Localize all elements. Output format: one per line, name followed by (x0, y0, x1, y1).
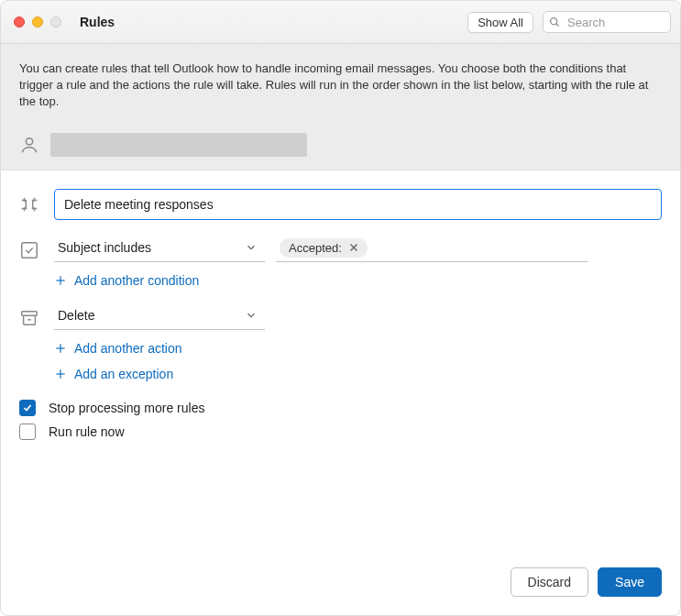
body-section: Subject includes Accepted: Add another c… (1, 170, 680, 555)
condition-value-field[interactable]: Accepted: (276, 235, 588, 262)
add-exception-link[interactable]: Add an exception (54, 367, 662, 381)
account-row (19, 133, 662, 157)
svg-point-2 (26, 138, 32, 144)
actions-row: Delete Add another action Add an excepti… (19, 302, 662, 381)
titlebar: Rules Show All (1, 1, 680, 44)
stop-processing-checkbox[interactable] (19, 400, 36, 416)
chevron-down-icon (245, 309, 258, 322)
search-field[interactable] (543, 11, 671, 33)
header-section: You can create rules that tell Outlook h… (1, 44, 680, 170)
condition-tag-label: Accepted: (289, 241, 342, 255)
rules-window: Rules Show All You can create rules that… (0, 0, 681, 616)
action-field-label: Delete (58, 308, 245, 323)
action-field-dropdown[interactable]: Delete (54, 302, 265, 330)
save-button[interactable]: Save (598, 567, 662, 597)
show-all-button[interactable]: Show All (467, 12, 533, 33)
footer: Discard Save (1, 555, 680, 615)
rule-name-input[interactable] (54, 189, 662, 220)
add-condition-label: Add another condition (74, 273, 199, 288)
traffic-lights (14, 16, 61, 28)
chevron-down-icon (245, 241, 258, 254)
search-icon (548, 16, 561, 28)
remove-tag-icon[interactable] (347, 241, 360, 254)
svg-point-0 (551, 18, 557, 25)
condition-field-dropdown[interactable]: Subject includes (54, 235, 265, 262)
svg-line-1 (556, 24, 559, 27)
add-exception-label: Add an exception (74, 367, 173, 381)
condition-tag: Accepted: (280, 238, 368, 258)
discard-button[interactable]: Discard (511, 567, 588, 597)
add-action-label: Add another action (74, 341, 182, 356)
check-icon (19, 240, 39, 260)
condition-field-label: Subject includes (58, 240, 245, 255)
run-now-row: Run rule now (19, 424, 662, 440)
account-placeholder (50, 133, 307, 157)
plus-icon (54, 368, 67, 380)
minimize-window-button[interactable] (32, 16, 43, 28)
zoom-window-button[interactable] (50, 16, 61, 28)
close-window-button[interactable] (14, 16, 25, 28)
rule-name-row (19, 189, 662, 220)
run-now-label: Run rule now (49, 424, 125, 439)
search-input[interactable] (543, 11, 671, 33)
conditions-row: Subject includes Accepted: Add another c… (19, 235, 662, 288)
person-icon (19, 135, 39, 155)
stop-processing-label: Stop processing more rules (49, 401, 204, 415)
add-condition-link[interactable]: Add another condition (54, 273, 662, 288)
archive-icon (19, 308, 39, 328)
rename-icon (19, 194, 39, 214)
window-title: Rules (80, 15, 115, 29)
stop-processing-row: Stop processing more rules (19, 400, 662, 416)
plus-icon (54, 274, 67, 287)
plus-icon (54, 342, 67, 355)
svg-rect-8 (22, 311, 38, 315)
svg-rect-3 (22, 242, 38, 258)
add-action-link[interactable]: Add another action (54, 341, 662, 356)
rules-description: You can create rules that tell Outlook h… (19, 60, 662, 111)
checkmark-icon (22, 402, 33, 413)
condition-item: Subject includes Accepted: (54, 235, 662, 262)
run-now-checkbox[interactable] (19, 424, 36, 440)
